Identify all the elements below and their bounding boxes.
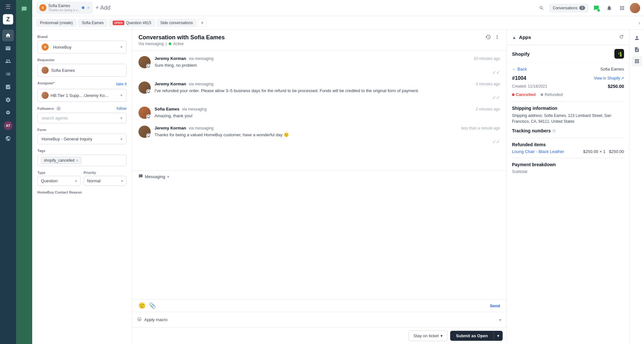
apps-header: ▲ Apps	[507, 30, 629, 45]
brand-select[interactable]: H HomeBuy ▾	[37, 41, 127, 53]
message-meta-1: Jeremy Korman via messaging 10 minutes a…	[155, 56, 500, 61]
view-shopify-label: View in Shopify	[594, 76, 620, 81]
via-label: Via messaging	[138, 42, 164, 46]
refresh-icon[interactable]	[619, 34, 624, 40]
apps-icon[interactable]	[617, 3, 627, 13]
type-chevron-down-icon: ▾	[75, 179, 77, 183]
attachment-icon[interactable]: 📎	[149, 302, 156, 309]
brand-select-inner: H HomeBuy	[42, 43, 71, 51]
nav-analytics[interactable]	[2, 81, 14, 93]
conversations-label: Conversations	[553, 6, 578, 10]
type-select[interactable]: Question ▾	[37, 176, 80, 186]
nav-settings[interactable]	[2, 94, 14, 106]
chat-icon[interactable]	[591, 3, 601, 13]
bottom-action-bar: Stay on ticket ▾ Submit as Open ▾	[132, 327, 507, 344]
submit-button[interactable]: Submit as Open	[450, 331, 494, 341]
take-it-link[interactable]: take it	[116, 82, 127, 86]
assignee-select[interactable]: HB:Tier 1 Supp... /Jeremy Ko... ▾	[37, 89, 127, 102]
reply-area[interactable]	[132, 183, 507, 300]
channel-chevron-down-icon: ▾	[167, 174, 169, 179]
more-options-icon[interactable]	[494, 34, 500, 41]
tag-shopify-cancelled: shopify_cancelled ×	[41, 157, 81, 164]
nav-users[interactable]	[2, 55, 14, 67]
channel-selector[interactable]: Messaging ▾	[132, 170, 507, 183]
sender-name-2: Jeremy Korman	[155, 81, 186, 86]
expand-tabs-button[interactable]: ›	[639, 20, 640, 25]
hamburger-menu[interactable]: ☰	[5, 3, 11, 10]
conversations-count: 0	[579, 6, 585, 10]
apply-macro-bar[interactable]: Apply macro ▾	[132, 312, 507, 327]
conversations-button[interactable]: Conversations 0	[549, 4, 589, 12]
nav-box[interactable]	[2, 107, 14, 119]
priority-select[interactable]: Normal ▾	[84, 176, 127, 186]
user-profile-icon[interactable]	[632, 33, 642, 43]
add-tab-button[interactable]: + Add	[95, 5, 110, 11]
agent-avatar-2	[138, 81, 151, 94]
tag-remove-button[interactable]: ×	[76, 158, 78, 163]
message-text-3: Amazing, thank you!	[155, 113, 500, 119]
nav-at[interactable]: AT	[2, 120, 14, 131]
agent-badge-1	[146, 64, 151, 68]
back-label: Back	[517, 67, 527, 72]
conversation-header: Conversation with Sofia Eames Via messag…	[132, 30, 507, 51]
requester-field[interactable]: Sofia Eames	[37, 64, 127, 77]
add-tab-plus[interactable]: +	[198, 19, 206, 27]
collapse-arrow-icon[interactable]: ▲	[512, 35, 516, 40]
priority-field: Priority Normal ▾	[84, 171, 127, 186]
refunded-status: Refunded	[541, 92, 563, 97]
copy-icon[interactable]: ⎘	[553, 128, 555, 133]
followers-search[interactable]: search agents ▾	[37, 113, 127, 123]
sender-name-1: Jeremy Korman	[155, 56, 186, 61]
form-select[interactable]: HomeBuy - General Inquiry ▾	[37, 134, 127, 144]
shopify-navigation: ← Back Sofia Eames	[512, 67, 624, 72]
shopify-back-button[interactable]: ← Back	[512, 67, 527, 72]
external-link-icon: ↗	[621, 76, 624, 81]
message-meta-4: Jeremy Korman via messaging less than a …	[155, 126, 500, 130]
notes-icon[interactable]	[632, 44, 642, 55]
submit-group: Submit as Open ▾	[450, 331, 503, 341]
send-button[interactable]: Send	[490, 303, 500, 308]
messaging-icon	[138, 174, 143, 179]
nav-home[interactable]	[2, 30, 14, 41]
tab-close-button[interactable]: ×	[87, 5, 90, 10]
tab-side-conversations[interactable]: Side conversations	[156, 19, 197, 27]
macro-label: Apply macro	[144, 317, 497, 322]
message-check-2: ✓✓	[155, 95, 500, 100]
sidebar-chat-icon[interactable]	[18, 3, 30, 15]
global-search-button[interactable]	[536, 3, 547, 13]
follow-link[interactable]: follow	[117, 106, 127, 111]
tags-label: Tags	[37, 149, 127, 153]
tab-protonmail[interactable]: Protonmail (create)	[36, 19, 77, 27]
channel-label: Messaging	[145, 174, 165, 179]
left-navigation: ☰ Z AT	[0, 0, 16, 344]
time-1: 10 minutes ago	[474, 56, 500, 61]
shopify-body: ← Back Sofia Eames #1004 View in Shopify…	[507, 63, 629, 178]
user-avatar[interactable]	[630, 3, 640, 13]
submit-dropdown-button[interactable]: ▾	[494, 331, 503, 341]
apps-actions	[619, 34, 624, 40]
shopify-title: Shopify	[512, 51, 530, 57]
logo-text: Z	[6, 16, 10, 23]
item-name-link[interactable]: Loung Chair - Black Leather	[512, 149, 564, 154]
nav-inbox[interactable]	[2, 43, 14, 54]
stay-on-ticket-button[interactable]: Stay on ticket ▾	[409, 330, 448, 341]
followers-label: Followers	[37, 107, 54, 110]
emoji-icon[interactable]: 🙂	[138, 302, 146, 309]
nav-reports[interactable]	[2, 68, 14, 80]
nav-globe[interactable]	[2, 133, 14, 144]
view-in-shopify-link[interactable]: View in Shopify ↗	[594, 76, 624, 81]
tab-question[interactable]: OPEN Question #815	[109, 19, 155, 27]
message-content-3: Sofia Eames via messaging 2 minutes ago …	[155, 107, 500, 119]
via-1: via messaging	[189, 56, 213, 61]
message-check-4: ✓✓	[155, 139, 500, 144]
apps-sidebar-icon[interactable]	[632, 56, 642, 66]
right-icon-bar	[629, 30, 644, 344]
apps-panel: ▲ Apps Shopify	[507, 30, 629, 344]
followers-info-icon[interactable]: i	[56, 106, 61, 111]
active-tab[interactable]: S Sofia Eames Thanks for being a v... ×	[36, 2, 93, 14]
history-icon[interactable]	[485, 34, 491, 41]
main-area: S Sofia Eames Thanks for being a v... × …	[32, 0, 644, 344]
tab-sofia-eames[interactable]: Sofia Eames	[78, 19, 108, 27]
notifications-icon[interactable]	[604, 3, 614, 13]
shopify-icon	[614, 49, 624, 59]
